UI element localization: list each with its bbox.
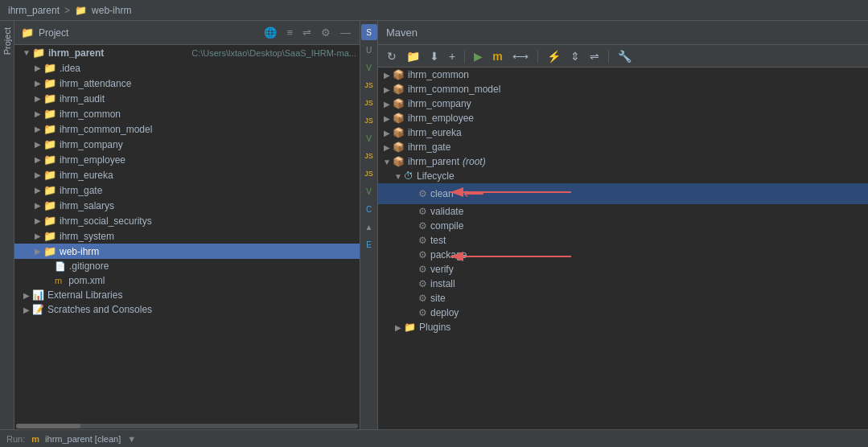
tree-item-common[interactable]: ▶ 📁 ihrm_common [14,106,360,121]
project-panel: 📁 Project 🌐 ≡ ⇌ ⚙ — ▼ 📁 ihrm_parent C:\U… [14,21,360,429]
mvn-item-test[interactable]: ⚙ test [378,233,868,248]
project-vertical-tab[interactable]: Project [0,21,14,429]
side-icon-js5[interactable]: JS [361,166,377,182]
mvn-label-lifecycle: Lifecycle [417,170,455,182]
mvn-link-btn[interactable]: ⟷ [510,48,531,64]
side-icon-v[interactable]: V [361,59,377,76]
mvn-item-eureka[interactable]: ▶ 📦 ihrm_eureka [378,125,868,140]
mvn-m-icon-common: 📦 [393,69,405,80]
mvn-item-verify[interactable]: ⚙ verify [378,262,868,277]
side-icon-js2[interactable]: JS [361,95,377,111]
breadcrumb-folder-icon: 📁 [75,5,87,16]
mvn-m-icon-parent: 📦 [393,156,405,167]
mvn-bolt-btn[interactable]: ⚡ [545,48,563,64]
side-icon-u[interactable]: U [361,42,377,58]
mvn-switch-btn[interactable]: ⇌ [587,48,602,64]
tree-item-system[interactable]: ▶ 📁 ihrm_system [14,228,360,244]
mvn-label-eureka: ihrm_eureka [408,127,462,138]
mvn-label-clean: clean [430,188,454,199]
mvn-download-btn[interactable]: ⬇ [427,48,442,64]
project-minimize-btn[interactable]: — [338,25,353,40]
tree-item-web-ihrm[interactable]: ▶ 📁 web-ihrm [14,244,360,259]
mvn-item-employee[interactable]: ▶ 📦 ihrm_employee [378,111,868,125]
mvn-item-validate[interactable]: ⚙ validate [378,204,868,219]
mvn-divider3 [608,50,609,63]
side-icon-js1[interactable]: JS [361,77,377,93]
mvn-refresh-btn[interactable]: ↻ [385,48,399,64]
side-icon-js4[interactable]: JS [361,148,377,164]
maven-tree: ▶ 📦 ihrm_common ▶ 📦 ihrm_common_model ▶ … [378,68,868,429]
mvn-item-install[interactable]: ⚙ install [378,277,868,291]
mvn-item-common-model[interactable]: ▶ 📦 ihrm_common_model [378,82,868,96]
run-value: m ihrm_parent [clean] [31,434,121,444]
mvn-gear-icon-test: ⚙ [418,235,427,246]
mvn-label-company: ihrm_company [408,98,471,109]
mvn-label-package: package [430,249,467,260]
mvn-folder-btn[interactable]: 📁 [404,48,422,64]
side-icon-up[interactable]: ▲ [361,219,377,235]
tree-item-pom[interactable]: m pom.xml [14,273,360,288]
mvn-gear-icon-clean: ⚙ [418,188,427,199]
mvn-gear-icon-site: ⚙ [418,293,427,304]
side-icon-js3[interactable]: JS [361,113,377,129]
tree-item-idea[interactable]: ▶ 📁 .idea [14,60,360,76]
mvn-item-plugins[interactable]: ▶ 📁 Plugins [378,320,868,334]
mvn-item-compile[interactable]: ⚙ compile [378,219,868,233]
side-icon-v3[interactable]: V [361,183,377,199]
project-globe-btn[interactable]: 🌐 [261,25,279,40]
mvn-settings-btn[interactable]: 🔧 [615,48,634,64]
idea-arrow: ▶ [32,64,43,72]
tree-item-audit[interactable]: ▶ 📁 ihrm_audit [14,91,360,106]
tree-root-item[interactable]: ▼ 📁 ihrm_parent C:\Users\lxtao\Desktop\S… [14,45,360,60]
tree-item-gate[interactable]: ▶ 📁 ihrm_gate [14,182,360,198]
bottom-arrow: ▼ [127,434,136,444]
project-list-btn[interactable]: ≡ [284,25,295,40]
mvn-item-gate[interactable]: ▶ 📦 ihrm_gate [378,140,868,154]
bottom-bar: Run: m ihrm_parent [clean] ▼ [0,429,868,447]
mvn-sort-btn[interactable]: ⇕ [568,48,582,64]
project-settings-btn[interactable]: ⚙ [319,25,333,40]
mvn-item-lifecycle[interactable]: ▼ ⏱ Lifecycle [378,169,868,183]
breadcrumb-parent[interactable]: ihrm_parent [8,5,60,16]
breadcrumb-child[interactable]: web-ihrm [92,5,131,16]
tree-item-gitignore[interactable]: 📄 .gitignore [14,259,360,273]
mvn-label-site: site [430,293,446,304]
maven-panel: Maven ↻ 📁 ⬇ + ▶ m ⟷ ⚡ ⇕ ⇌ 🔧 ▶ 📦 ihrm_com [378,21,868,429]
tree-item-ext-libs[interactable]: ▶ 📊 External Libraries [14,288,360,302]
idea-label: .idea [60,63,356,74]
mvn-item-clean[interactable]: ⚙ clean ⟵ [378,183,868,204]
root-arrow: ▼ [21,48,32,57]
mvn-m-btn[interactable]: m [490,48,504,64]
mvn-item-package[interactable]: ⚙ package [378,248,868,262]
side-icon-c1[interactable]: C [361,201,377,217]
mvn-item-company[interactable]: ▶ 📦 ihrm_company [378,96,868,111]
tree-item-scratches[interactable]: ▶ 📝 Scratches and Consoles [14,302,360,317]
project-scrollbar[interactable] [14,423,360,429]
mvn-item-common[interactable]: ▶ 📦 ihrm_common [378,68,868,82]
breadcrumb-sep: > [64,5,70,16]
tree-item-attendance[interactable]: ▶ 📁 ihrm_attendance [14,76,360,91]
side-icon-e1[interactable]: E [361,236,377,252]
project-tab-label: Project [1,21,14,61]
tree-item-social[interactable]: ▶ 📁 ihrm_social_securitys [14,213,360,228]
mvn-m-icon-eureka: 📦 [393,127,405,138]
mvn-m-icon-common-model: 📦 [393,84,405,95]
mvn-m-icon-company: 📦 [393,98,405,109]
clean-red-arrow: ⟵ [463,185,484,203]
tree-item-employee[interactable]: ▶ 📁 ihrm_employee [14,152,360,167]
mvn-item-deploy[interactable]: ⚙ deploy [378,306,868,320]
tree-item-common-model[interactable]: ▶ 📁 ihrm_common_model [14,121,360,137]
tree-item-salarys[interactable]: ▶ 📁 ihrm_salarys [14,198,360,213]
project-sort-btn[interactable]: ⇌ [300,25,314,40]
tree-item-company[interactable]: ▶ 📁 ihrm_company [14,137,360,152]
project-tree: ▼ 📁 ihrm_parent C:\Users\lxtao\Desktop\S… [14,45,360,423]
project-panel-header: 📁 Project 🌐 ≡ ⇌ ⚙ — [14,21,360,45]
mvn-item-parent[interactable]: ▼ 📦 ihrm_parent (root) [378,154,868,169]
mvn-add-btn[interactable]: + [446,48,458,64]
side-icon-s[interactable]: S [361,24,377,40]
mvn-item-site[interactable]: ⚙ site [378,291,868,306]
mvn-lifecycle-icon: ⏱ [404,170,413,182]
tree-item-eureka[interactable]: ▶ 📁 ihrm_eureka [14,167,360,182]
side-icon-v2[interactable]: V [361,130,377,146]
mvn-run-btn[interactable]: ▶ [471,48,485,64]
